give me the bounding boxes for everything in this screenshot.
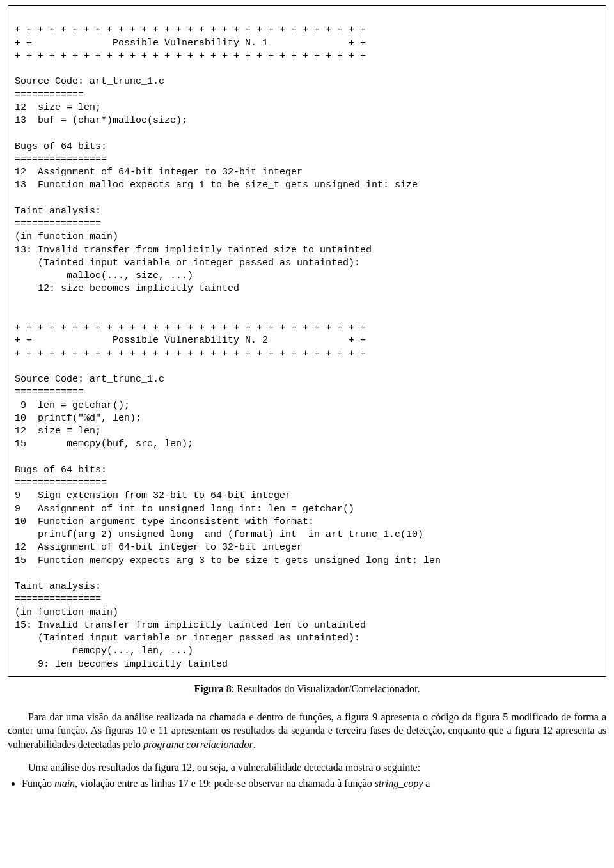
b1-mid: , violação entre as linhas 17 e 19: pode… xyxy=(75,778,375,789)
vuln2-taint-line-3: memcpy(..., len, ...) xyxy=(15,646,193,656)
vuln1-source-rule: ============ xyxy=(15,89,84,100)
vuln2-border-top: + + + + + + + + + + + + + + + + + + + + … xyxy=(15,322,366,333)
vuln2-source-line-1: 10 printf("%d", len); xyxy=(15,413,141,424)
vuln2-bugs-line-2: 10 Function argument type inconsistent w… xyxy=(15,516,314,527)
paragraph-1: Para dar uma visão da análise realizada … xyxy=(8,710,606,752)
vuln2-taint-line-1: 15: Invalid transfer from implicitly tai… xyxy=(15,620,366,631)
vuln2-bugs-heading: Bugs of 64 bits: xyxy=(15,465,107,476)
vuln2-bugs-line-1: 9 Assignment of int to unsigned long int… xyxy=(15,504,354,515)
p1-text-a: Para dar uma visão da análise realizada … xyxy=(8,711,606,750)
vuln2-border-bottom: + + + + + + + + + + + + + + + + + + + + … xyxy=(15,348,366,359)
figure-caption-text: : Resultados do Visualizador/Correlacion… xyxy=(232,683,420,694)
vuln2-taint-heading: Taint analysis: xyxy=(15,581,101,592)
vuln2-taint-rule: =============== xyxy=(15,594,101,605)
vuln2-title: + + Possible Vulnerability N. 2 + + xyxy=(15,335,366,346)
p1-text-b: . xyxy=(253,739,256,750)
figure-caption: Figura 8: Resultados do Visualizador/Cor… xyxy=(8,683,606,695)
vuln2-bugs-rule: ================ xyxy=(15,477,107,488)
vuln1-title: + + Possible Vulnerability N. 1 + + xyxy=(15,38,366,49)
vuln2-source-line-3: 15 memcpy(buf, src, len); xyxy=(15,438,193,449)
vuln1-bugs-heading: Bugs of 64 bits: xyxy=(15,141,107,152)
b1-post: a xyxy=(423,778,430,789)
vuln2-taint-line-0: (in function main) xyxy=(15,607,118,618)
b1-pre: Função xyxy=(22,778,54,789)
vuln1-bugs-line-0: 12 Assignment of 64-bit integer to 32-bi… xyxy=(15,167,303,178)
vuln1-border-bottom: + + + + + + + + + + + + + + + + + + + + … xyxy=(15,50,366,61)
vuln2-taint-line-2: (Tainted input variable or integer passe… xyxy=(15,633,360,644)
code-output: + + + + + + + + + + + + + + + + + + + + … xyxy=(15,11,599,671)
b1-italic-2: string_copy xyxy=(375,778,423,789)
vuln1-taint-line-1: 13: Invalid transfer from implicitly tai… xyxy=(15,245,372,256)
vuln2-source-line-0: 9 len = getchar(); xyxy=(15,400,130,411)
paragraph-2: Uma análise dos resultados da figura 12,… xyxy=(8,761,606,775)
code-output-box: + + + + + + + + + + + + + + + + + + + + … xyxy=(8,5,606,677)
bullet-list: Função main, violação entre as linhas 17… xyxy=(22,777,606,791)
vuln2-source-line-2: 12 size = len; xyxy=(15,426,101,437)
p1-italic-1: programa correlacionador xyxy=(143,739,253,750)
vuln2-bugs-line-4: 12 Assignment of 64-bit integer to 32-bi… xyxy=(15,542,303,553)
vuln1-taint-line-4: 12: size becomes implicitly tainted xyxy=(15,283,239,294)
vuln1-border-top: + + + + + + + + + + + + + + + + + + + + … xyxy=(15,24,366,35)
vuln2-bugs-line-0: 9 Sign extension from 32-bit to 64-bit i… xyxy=(15,490,291,501)
vuln1-taint-line-2: (Tainted input variable or integer passe… xyxy=(15,258,360,268)
vuln1-source-line-0: 12 size = len; xyxy=(15,102,101,113)
list-item: Função main, violação entre as linhas 17… xyxy=(22,777,606,791)
p2-text: Uma análise dos resultados da figura 12,… xyxy=(28,762,420,773)
vuln2-bugs-line-3: printf(arg 2) unsigned long and (format)… xyxy=(15,529,423,540)
vuln2-source-heading: Source Code: art_trunc_1.c xyxy=(15,374,164,385)
vuln1-bugs-line-1: 13 Function malloc expects arg 1 to be s… xyxy=(15,180,418,190)
vuln1-source-line-1: 13 buf = (char*)malloc(size); xyxy=(15,115,187,126)
vuln1-taint-line-0: (in function main) xyxy=(15,231,118,242)
figure-label: Figura 8 xyxy=(194,683,232,694)
vuln2-taint-line-4: 9: len becomes implicitly tainted xyxy=(15,659,228,670)
b1-italic-1: main xyxy=(54,778,75,789)
vuln2-bugs-line-5: 15 Function memcpy expects arg 3 to be s… xyxy=(15,555,441,566)
vuln1-taint-heading: Taint analysis: xyxy=(15,206,101,217)
vuln1-taint-line-3: malloc(..., size, ...) xyxy=(15,270,193,281)
vuln2-source-rule: ============ xyxy=(15,387,84,398)
vuln1-source-heading: Source Code: art_trunc_1.c xyxy=(15,76,164,87)
vuln1-taint-rule: =============== xyxy=(15,219,101,229)
vuln1-bugs-rule: ================ xyxy=(15,154,107,165)
